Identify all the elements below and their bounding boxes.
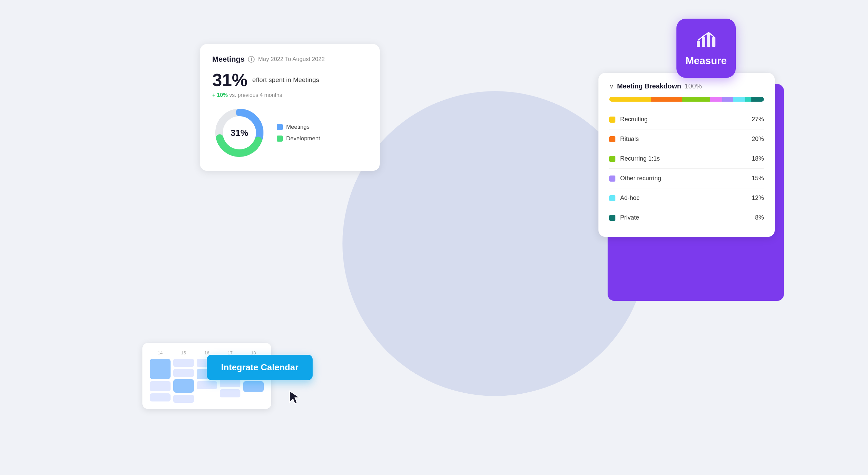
recruiting-dot bbox=[609, 117, 615, 123]
svg-rect-2 bbox=[707, 33, 710, 47]
row-recruiting: Recruiting 27% bbox=[609, 110, 764, 129]
scene: Measure Meetings i May 2022 To August 20… bbox=[0, 0, 868, 475]
vs-text: + 10% vs. previous 4 months bbox=[212, 92, 368, 98]
breakdown-chevron-icon: ∨ bbox=[609, 83, 614, 90]
stacked-bar bbox=[609, 97, 764, 102]
cal-block-14-2 bbox=[150, 381, 171, 391]
recurring-1on1-dot bbox=[609, 156, 615, 162]
other-recurring-label: Other recurring bbox=[620, 175, 747, 182]
bar-private1 bbox=[745, 97, 751, 102]
svg-rect-3 bbox=[712, 37, 715, 47]
effort-text: effort spent in Meetings bbox=[252, 76, 319, 84]
cal-block-14-1 bbox=[150, 359, 171, 379]
chart-area: 31% Meetings Development bbox=[212, 106, 368, 160]
measure-label: Measure bbox=[686, 55, 727, 66]
adhoc-label: Ad-hoc bbox=[620, 194, 747, 202]
cal-header-14: 14 bbox=[158, 350, 162, 355]
cal-block-18-3 bbox=[243, 381, 264, 392]
other-recurring-dot bbox=[609, 175, 615, 182]
row-other-recurring: Other recurring 15% bbox=[609, 169, 764, 188]
cal-block-15-4 bbox=[173, 395, 194, 403]
rituals-label: Rituals bbox=[620, 136, 747, 143]
row-rituals: Rituals 20% bbox=[609, 129, 764, 149]
development-legend-dot bbox=[277, 136, 283, 142]
recruiting-label: Recruiting bbox=[620, 116, 747, 123]
private-label: Private bbox=[620, 214, 750, 221]
measure-button[interactable]: Measure bbox=[676, 19, 736, 78]
cal-block-17-3 bbox=[220, 379, 240, 387]
vs-label: vs. previous 4 months bbox=[229, 92, 282, 98]
meetings-legend-label: Meetings bbox=[286, 124, 310, 130]
meetings-card-header: Meetings i May 2022 To August 2022 bbox=[212, 55, 368, 64]
legend-meetings: Meetings bbox=[277, 124, 320, 130]
cursor-icon bbox=[288, 390, 302, 407]
legend-development: Development bbox=[277, 135, 320, 142]
recruiting-pct: 27% bbox=[752, 116, 764, 123]
breakdown-header: ∨ Meeting Breakdown 100% bbox=[609, 82, 764, 90]
integrate-calendar-button[interactable]: Integrate Calendar bbox=[207, 355, 313, 380]
cal-block-15-2 bbox=[173, 369, 194, 377]
breakdown-title: Meeting Breakdown bbox=[617, 82, 681, 90]
donut-center-label: 31% bbox=[231, 128, 248, 138]
bar-recruiting bbox=[609, 97, 651, 102]
cal-col-14: 14 bbox=[150, 350, 171, 403]
cal-block-15-1 bbox=[173, 359, 194, 367]
meetings-legend-dot bbox=[277, 124, 283, 130]
row-private: Private 8% bbox=[609, 208, 764, 227]
rituals-dot bbox=[609, 136, 615, 142]
meetings-title: Meetings bbox=[212, 55, 244, 64]
svg-rect-0 bbox=[697, 41, 700, 47]
adhoc-dot bbox=[609, 195, 615, 201]
row-recurring-1on1: Recurring 1:1s 18% bbox=[609, 149, 764, 169]
rituals-pct: 20% bbox=[752, 136, 764, 143]
cal-block-17-4 bbox=[220, 389, 240, 397]
recurring-1on1-label: Recurring 1:1s bbox=[620, 155, 747, 162]
cal-header-16: 16 bbox=[204, 350, 209, 355]
other-recurring-pct: 15% bbox=[752, 175, 764, 182]
recurring-1on1-pct: 18% bbox=[752, 155, 764, 162]
big-percent: 31% bbox=[212, 70, 248, 90]
breakdown-card: ∨ Meeting Breakdown 100% Recruiting 27% bbox=[598, 73, 775, 237]
bar-recurring-1on1 bbox=[682, 97, 710, 102]
breakdown-total-pct: 100% bbox=[685, 82, 702, 90]
private-pct: 8% bbox=[755, 214, 764, 221]
bar-adhoc bbox=[733, 97, 745, 102]
donut-chart: 31% bbox=[212, 106, 267, 160]
adhoc-pct: 12% bbox=[752, 194, 764, 202]
breakdown-rows: Recruiting 27% Rituals 20% Recurring 1:1… bbox=[609, 110, 764, 227]
measure-icon bbox=[696, 30, 716, 51]
cal-col-15: 15 bbox=[173, 350, 194, 403]
meetings-card: Meetings i May 2022 To August 2022 31% e… bbox=[200, 44, 380, 171]
chart-legend: Meetings Development bbox=[277, 124, 320, 142]
bar-other1 bbox=[710, 97, 722, 102]
bar-private2 bbox=[751, 97, 764, 102]
cal-header-15: 15 bbox=[181, 350, 186, 355]
integrate-calendar-label: Integrate Calendar bbox=[221, 362, 298, 372]
row-adhoc: Ad-hoc 12% bbox=[609, 188, 764, 208]
bar-rituals bbox=[651, 97, 682, 102]
date-range: May 2022 To August 2022 bbox=[258, 56, 324, 63]
private-dot bbox=[609, 215, 615, 221]
development-legend-label: Development bbox=[286, 135, 320, 142]
info-icon: i bbox=[248, 56, 255, 63]
change-value: + 10% bbox=[212, 92, 228, 98]
cal-block-16-3 bbox=[197, 381, 217, 389]
svg-rect-1 bbox=[702, 37, 705, 47]
bar-other-recurring bbox=[722, 97, 733, 102]
cal-block-15-3 bbox=[173, 379, 194, 393]
percent-row: 31% effort spent in Meetings bbox=[212, 70, 368, 90]
cal-block-14-3 bbox=[150, 393, 171, 401]
